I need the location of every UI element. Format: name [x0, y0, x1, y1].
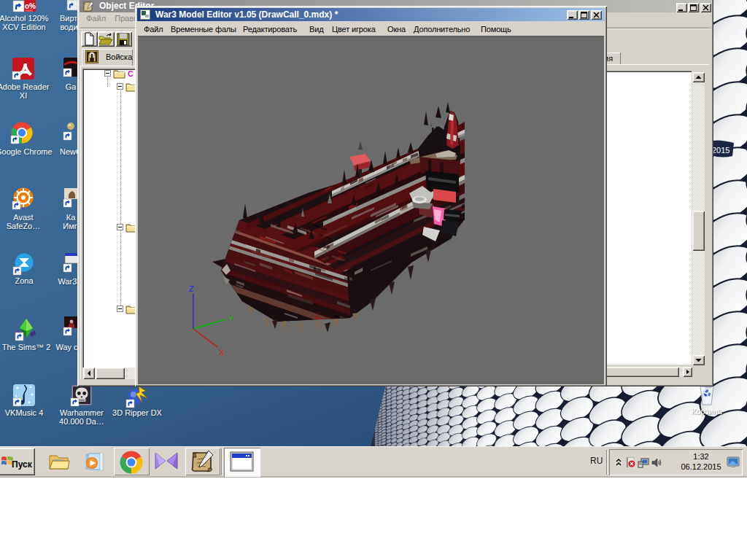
svg-text:Y: Y	[228, 314, 234, 323]
svg-text:Z: Z	[189, 284, 194, 293]
svg-text:o%: o%	[25, 2, 36, 10]
svg-text:X: X	[219, 348, 225, 357]
svg-text:2015: 2015	[712, 146, 729, 155]
